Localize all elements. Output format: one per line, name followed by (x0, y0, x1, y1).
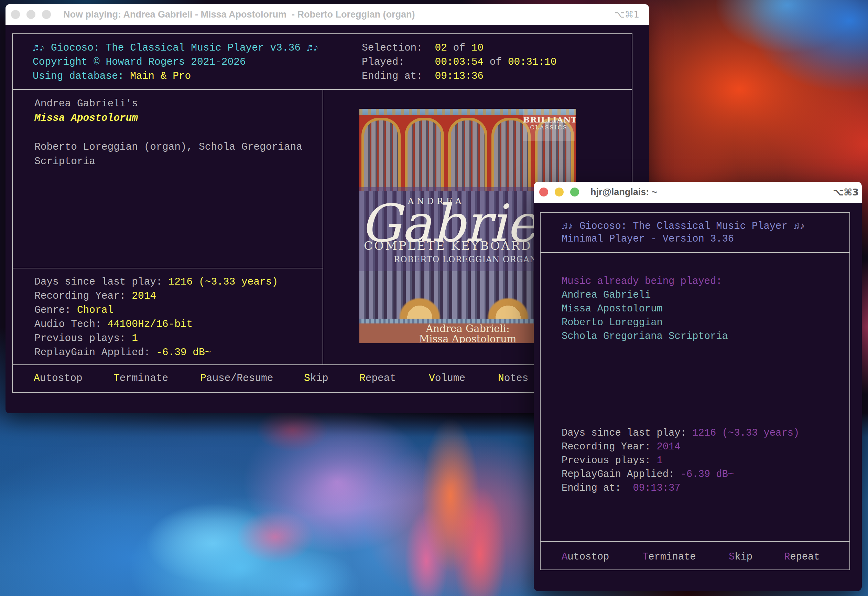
playing-ensemble: Schola Gregoriana Scriptoria (562, 330, 728, 343)
app-copyright: Copyright © Howard Rogers 2021-2026 (32, 55, 319, 69)
window-shortcut: ⌥⌘1 (614, 4, 639, 25)
stat-year: Recording Year: 2014 (562, 440, 799, 454)
player-titlebar[interactable]: Now playing: Andrea Gabrieli - Missa Apo… (6, 4, 649, 25)
menu-autostop[interactable]: Autostop (34, 371, 83, 385)
minimal-player-window[interactable]: hjr@langlais: ~ ⌥⌘3 ♬♪ Giocoso: The Clas… (534, 182, 862, 591)
menu-repeat[interactable]: Repeat (784, 550, 820, 564)
close-button[interactable] (11, 10, 20, 19)
traffic-lights (539, 188, 579, 197)
brilliant-classics-logo: BRILLIANT CLASSICS (523, 109, 575, 141)
database-line: Using database: Main & Pro (32, 69, 319, 83)
window-shortcut: ⌥⌘3 (833, 182, 859, 203)
app-version: Minimal Player - Version 3.36 (562, 233, 805, 245)
playing-artist: Roberto Loreggian (562, 316, 728, 330)
work-title: Missa Apostolorum (34, 111, 302, 125)
zoom-button[interactable] (42, 10, 51, 19)
ending-line: Ending at: 09:13:36 (362, 69, 557, 83)
playing-work: Missa Apostolorum (562, 302, 728, 316)
playing-composer: Andrea Gabrieli (562, 288, 728, 302)
menu-notes[interactable]: Notes (498, 371, 528, 385)
database-value: Main & Pro (130, 70, 191, 82)
composer-line: Andrea Gabrieli's (34, 96, 302, 111)
app-banner: ♬♪ Giocoso: The Classical Music Player ♬… (562, 220, 805, 245)
menu-repeat[interactable]: Repeat (359, 371, 396, 385)
minimize-button[interactable] (27, 10, 35, 19)
played-line: Played: 00:03:54 of 00:31:10 (362, 55, 557, 69)
terminal-titlebar[interactable]: hjr@langlais: ~ ⌥⌘3 (534, 182, 862, 203)
app-title: ♬♪ Giocoso: The Classical Music Player v… (32, 41, 319, 55)
header-separator (540, 252, 849, 253)
zoom-button[interactable] (570, 188, 579, 197)
track-stats: Days since last play: 1216 (~3.33 years)… (34, 275, 278, 359)
stat-year: Recording Year: 2014 (34, 289, 278, 303)
app-banner: ♬♪ Giocoso: The Classical Music Player v… (32, 41, 319, 83)
menu-pause-resume[interactable]: Pause/Resume (200, 371, 273, 385)
window-title: hjr@langlais: ~ (590, 182, 657, 203)
session-status: Selection: 02 of 10 Played: 00:03:54 of … (362, 41, 557, 83)
minimize-button[interactable] (555, 188, 564, 197)
menu-terminate[interactable]: Terminate (642, 550, 696, 564)
tui-frame: ♬♪ Giocoso: The Classical Music Player ♬… (540, 212, 850, 570)
window-title: Now playing: Andrea Gabrieli - Missa Apo… (63, 4, 415, 25)
panel-divider (323, 89, 323, 365)
app-title: ♬♪ Giocoso: The Classical Music Player ♬… (562, 220, 805, 233)
stat-gain: ReplayGain Applied: -6.39 dB~ (34, 346, 278, 359)
stat-plays: Previous plays: 1 (34, 331, 278, 346)
gold-ornament (397, 295, 443, 320)
minimal-terminal: ♬♪ Giocoso: The Classical Music Player ♬… (534, 203, 862, 591)
selection-line: Selection: 02 of 10 (362, 41, 557, 55)
close-button[interactable] (539, 188, 548, 197)
performers-line1: Roberto Loreggian (organ), Schola Gregor… (34, 140, 302, 154)
header-separator (13, 89, 632, 90)
stat-audio: Audio Tech: 44100Hz/16-bit (34, 317, 278, 331)
gold-ornament (485, 295, 531, 320)
track-stats: Days since last play: 1216 (~3.33 years)… (562, 426, 799, 495)
menu-volume[interactable]: Volume (429, 371, 465, 385)
menu-skip[interactable]: Skip (729, 550, 753, 564)
stat-days: Days since last play: 1216 (~3.33 years) (562, 426, 799, 440)
stat-plays: Previous plays: 1 (562, 454, 799, 468)
now-playing-panel: Andrea Gabrieli's Missa Apostolorum Robe… (34, 96, 302, 169)
menu-terminate[interactable]: Terminate (114, 371, 168, 385)
traffic-lights (11, 10, 51, 19)
already-playing-panel: Music already being played: Andrea Gabri… (562, 275, 728, 343)
performers-line2: Scriptoria (34, 154, 302, 169)
already-playing-header: Music already being played: (562, 275, 728, 288)
menu-separator (540, 541, 849, 542)
stats-separator (13, 268, 323, 268)
stat-days: Days since last play: 1216 (~3.33 years) (34, 275, 278, 289)
stat-genre: Genre: Choral (34, 303, 278, 317)
menu-autostop[interactable]: Autostop (562, 550, 609, 564)
stat-gain: ReplayGain Applied: -6.39 dB~ (562, 468, 799, 481)
stat-ending: Ending at: 09:13:37 (562, 481, 799, 495)
menu-skip[interactable]: Skip (304, 371, 328, 385)
